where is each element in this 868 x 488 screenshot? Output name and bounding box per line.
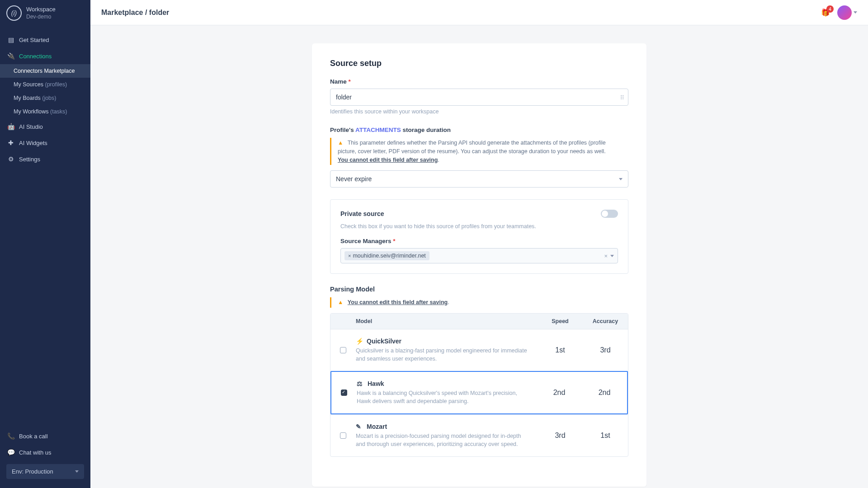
lastpass-icon[interactable]: ⁝⁝	[620, 94, 624, 101]
logo-icon: (i)	[6, 5, 22, 21]
phone-icon: 📞	[7, 432, 14, 440]
checkbox[interactable]	[340, 347, 346, 353]
sidebar-item-label: AI Widgets	[19, 140, 47, 146]
model-row-mozart[interactable]: ✎Mozart Mozart is a precision-focused pa…	[330, 414, 628, 456]
sidebar-chat[interactable]: 💬 Chat with us	[0, 444, 90, 460]
expire-select[interactable]: Never expire	[330, 170, 628, 188]
avatar	[837, 5, 852, 20]
sidebar-item-label: Chat with us	[19, 449, 52, 456]
sidebar-item-connections[interactable]: 🔌 Connections	[0, 48, 90, 64]
private-source-title: Private source	[340, 210, 384, 217]
managers-label: Source Managers *	[340, 238, 618, 244]
name-input[interactable]	[330, 89, 628, 106]
private-hint: Check this box if you want to hide this …	[340, 223, 618, 230]
header-model: Model	[356, 318, 538, 324]
chat-icon: 💬	[7, 449, 14, 456]
accuracy-rank: 3rd	[583, 346, 628, 354]
sidebar-item-get-started[interactable]: ▤ Get Started	[0, 32, 90, 48]
sidebar-item-label: AI Studio	[19, 123, 43, 130]
private-source-panel: Private source Check this box if you wan…	[330, 199, 628, 274]
sidebar-item-label: Settings	[19, 156, 40, 163]
workspace-name: Dev-demo	[26, 14, 56, 21]
lightning-icon: ⚡	[356, 338, 363, 345]
name-hint: Identifies this source within your works…	[330, 108, 628, 115]
wand-icon: ✎	[356, 423, 363, 430]
breadcrumb: Marketplace / folder	[101, 9, 169, 17]
model-row-hawk[interactable]: ⚖Hawk Hawk is a balancing Quicksilver's …	[330, 371, 628, 414]
workspace-label: Workspace	[26, 6, 56, 14]
sidebar-book-call[interactable]: 📞 Book a call	[0, 428, 90, 444]
main-content: Source setup Name * ⁝⁝ Identifies this s…	[90, 25, 868, 488]
models-table: Model Speed Accuracy ⚡QuickSilver Quicks…	[330, 313, 628, 457]
sidebar-item-ai-widgets[interactable]: ✚ AI Widgets	[0, 135, 90, 151]
user-menu[interactable]	[837, 5, 857, 20]
subnav-my-workflows[interactable]: My Workflows (tasks)	[0, 105, 90, 118]
parsing-model-title: Parsing Model	[330, 286, 628, 293]
sidebar-item-label: Get Started	[19, 37, 49, 43]
model-row-quicksilver[interactable]: ⚡QuickSilver Quicksilver is a blazing-fa…	[330, 329, 628, 371]
warning-icon: ▲	[338, 299, 343, 305]
remove-tag-icon[interactable]: ×	[348, 253, 351, 258]
robot-icon: 🤖	[7, 123, 14, 130]
private-toggle[interactable]	[601, 210, 618, 218]
gear-icon: ⚙	[7, 155, 14, 163]
header-accuracy: Accuracy	[583, 318, 628, 324]
expire-value: Never expire	[336, 175, 372, 183]
notification-badge: 4	[826, 5, 834, 13]
name-label: Name *	[330, 78, 628, 85]
source-setup-card: Source setup Name * ⁝⁝ Identifies this s…	[312, 43, 646, 487]
balance-icon: ⚖	[357, 380, 364, 387]
book-icon: ▤	[7, 36, 14, 43]
speed-rank: 2nd	[537, 389, 582, 397]
manager-tag: × mouhidine.seiv@riminder.net	[344, 251, 429, 260]
chevron-down-icon	[619, 178, 623, 180]
clear-icon[interactable]: ×	[604, 253, 608, 259]
sidebar-item-ai-studio[interactable]: 🤖 AI Studio	[0, 118, 90, 135]
topbar: Marketplace / folder 🎁 4	[90, 0, 868, 25]
chevron-down-icon	[75, 470, 79, 473]
subnav-my-boards[interactable]: My Boards (jobs)	[0, 91, 90, 105]
warning-icon: ▲	[338, 140, 343, 146]
chevron-down-icon	[854, 11, 857, 14]
env-label: Env: Production	[12, 468, 53, 475]
sidebar-item-settings[interactable]: ⚙ Settings	[0, 151, 90, 167]
attachments-label: Profile's ATTACHMENTS storage duration	[330, 127, 628, 133]
speed-rank: 1st	[538, 346, 583, 354]
gift-button[interactable]: 🎁 4	[821, 8, 830, 17]
puzzle-icon: ✚	[7, 139, 14, 146]
checkbox[interactable]	[340, 432, 346, 439]
subnav-connectors-marketplace[interactable]: Connectors Marketplace	[0, 64, 90, 78]
attachments-warning: ▲ This parameter defines whether the Par…	[330, 138, 628, 165]
managers-input[interactable]: × mouhidine.seiv@riminder.net ×	[340, 248, 618, 263]
parsing-warning: ▲ You cannot edit this field after savin…	[330, 297, 628, 308]
accuracy-rank: 2nd	[582, 389, 627, 397]
plug-icon: 🔌	[7, 52, 14, 60]
sidebar-item-label: Connections	[19, 53, 52, 60]
checkbox[interactable]	[341, 389, 347, 396]
sidebar: (i) Workspace Dev-demo ▤ Get Started 🔌 C…	[0, 0, 90, 488]
speed-rank: 3rd	[538, 432, 583, 440]
header-speed: Speed	[538, 318, 583, 324]
env-selector[interactable]: Env: Production	[6, 464, 84, 479]
accuracy-rank: 1st	[583, 432, 628, 440]
chevron-down-icon[interactable]	[610, 255, 614, 257]
subnav-my-sources[interactable]: My Sources (profiles)	[0, 78, 90, 91]
sidebar-item-label: Book a call	[19, 433, 48, 440]
page-title: Source setup	[330, 59, 628, 68]
workspace-header[interactable]: (i) Workspace Dev-demo	[0, 0, 90, 26]
